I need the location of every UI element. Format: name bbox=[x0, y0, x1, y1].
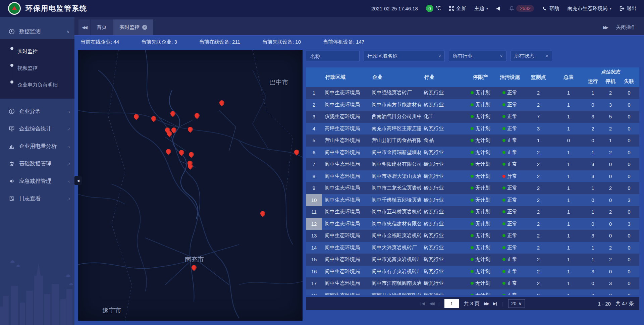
table-row[interactable]: 10阆中生态环境局阆中千佛镇五郎垭页岩砖瓦行业无计划正常21003 bbox=[306, 194, 639, 206]
org-dropdown[interactable]: 南充市生态环境局▾ bbox=[567, 5, 611, 12]
cell-company: 南充市高坪区王家店建 bbox=[369, 123, 421, 135]
cell-company: 阆中市南方节能建材有 bbox=[369, 99, 421, 111]
sidebar-item-label: 企业用电量分析 bbox=[19, 143, 68, 150]
chevron-left-icon: ‹ bbox=[68, 126, 70, 131]
table-row[interactable]: 6阆中生态环境局阆中市金博瑞新型墙材砖瓦行业无计划正常21120 bbox=[306, 147, 639, 159]
cell-facility: 正常 bbox=[496, 147, 523, 159]
table-row[interactable]: 18南部生态环境局南部县页岩机砖有限公砖瓦行业无计划正常21030 bbox=[306, 289, 639, 295]
table-row[interactable]: 3仪陇生态环境局西南油气田分公司川中化工无计划正常71350 bbox=[306, 111, 639, 123]
map-collapse-button[interactable]: ◀ bbox=[74, 176, 82, 185]
region-select[interactable]: 行政区域名称∨ bbox=[364, 51, 445, 61]
status-select[interactable]: 所有状态∨ bbox=[511, 51, 552, 61]
cell-facility: 正常 bbox=[496, 277, 523, 289]
table-row[interactable]: 14阆中生态环境局阆中大兴页岩机砖厂砖瓦行业无计划正常21120 bbox=[306, 242, 639, 254]
cell-company: 阆中市二龙长宝页岩砖 bbox=[369, 182, 421, 194]
cell-run: 0 bbox=[584, 218, 602, 230]
table-row[interactable]: 16阆中生态环境局阆中市石子页岩机砖厂砖瓦行业无计划正常21300 bbox=[306, 266, 639, 278]
table-row[interactable]: 9阆中生态环境局阆中市二龙长宝页岩砖砖瓦行业无计划正常21120 bbox=[306, 182, 639, 194]
cell-limit-label: 无计划 bbox=[475, 125, 490, 132]
row-index-cell: 14 bbox=[306, 242, 322, 254]
tabs-scroll-right-button[interactable]: ▶▶ bbox=[603, 25, 607, 30]
table-row[interactable]: 1阆中生态环境局阆中强锐页岩砖厂砖瓦行业无计划正常21120 bbox=[306, 87, 639, 99]
last-page-button[interactable]: ▶ bbox=[493, 301, 497, 306]
table-row[interactable]: 4高坪生态环境局南充市高坪区王家店建砖瓦行业无计划正常31220 bbox=[306, 123, 639, 135]
sidebar-item-6[interactable]: 日志查看‹ bbox=[0, 190, 74, 207]
cell-region: 阆中生态环境局 bbox=[322, 170, 369, 182]
cell-lost: 0 bbox=[619, 242, 639, 254]
row-index-cell: 3 bbox=[306, 111, 322, 123]
cell-company: 阆中千佛镇五郎垭页岩 bbox=[369, 194, 421, 206]
sidebar-subitem-视频监控[interactable]: 视频监控 bbox=[0, 60, 74, 76]
page-number-input[interactable] bbox=[444, 299, 459, 308]
sidebar-subitem-企业电力负荷明细[interactable]: 企业电力负荷明细 bbox=[0, 76, 74, 93]
cell-company: 阆中大兴页岩机砖厂 bbox=[369, 242, 421, 254]
sidebar-item-3[interactable]: 企业用电量分析‹ bbox=[0, 138, 74, 155]
table-row[interactable]: 5营山生态环境局营山县润丰肉食品有限食品无计划正常10010 bbox=[306, 134, 639, 147]
cell-industry: 砖瓦行业 bbox=[421, 158, 465, 170]
sidebar-item-1[interactable]: 企业异常‹ bbox=[0, 103, 74, 120]
cell-stop: 0 bbox=[602, 194, 619, 206]
name-filter-field[interactable] bbox=[306, 51, 360, 61]
sidebar: 数据监测∨实时监控视频监控企业电力负荷明细企业异常‹企业综合统计‹企业用电量分析… bbox=[0, 17, 74, 325]
cell-company: 阆中明阳建材有限公司 bbox=[369, 158, 421, 170]
tab-首页[interactable]: 首页 bbox=[91, 19, 113, 35]
sidebar-submenu: 实时监控视频监控企业电力负荷明细 bbox=[0, 39, 74, 99]
column-header-limit: 停限产 bbox=[465, 67, 496, 87]
cell-run: 2 bbox=[584, 123, 602, 135]
fullscreen-button[interactable]: 全屏 bbox=[449, 5, 466, 12]
prev-page-button[interactable]: ◀◀ bbox=[429, 301, 433, 306]
table-row[interactable]: 7阆中生态环境局阆中明阳建材有限公司砖瓦行业无计划正常21300 bbox=[306, 158, 639, 170]
table-row[interactable]: 13阆中生态环境局阆中市金福旺页岩机砖砖瓦行业无计划正常21300 bbox=[306, 230, 639, 242]
table-row[interactable]: 8阆中生态环境局阆中市枣碧大梁山页岩砖瓦行业无计划异常21300 bbox=[306, 170, 639, 182]
mute-button[interactable] bbox=[496, 6, 501, 11]
table-row[interactable]: 12阆中生态环境局阆中市忠信建材有限公砖瓦行业无计划正常21003 bbox=[306, 218, 639, 230]
cell-company: 阆中市忠信建材有限公 bbox=[369, 218, 421, 230]
tabs-scroll-left-button[interactable]: ◀◀ bbox=[78, 19, 90, 35]
chevron-left-icon: ‹ bbox=[68, 179, 70, 184]
cell-facility-label: 正常 bbox=[507, 221, 517, 227]
column-header-label: 总表 bbox=[564, 74, 574, 80]
table-row[interactable]: 15阆中生态环境局阆中市光富页岩机砖厂砖瓦行业无计划正常21120 bbox=[306, 254, 639, 266]
first-page-button[interactable]: ◀ bbox=[420, 301, 425, 306]
close-operations-button[interactable]: 关闭操作 bbox=[616, 24, 636, 31]
cell-limit: 无计划 bbox=[465, 182, 496, 194]
cell-facility-label: 正常 bbox=[507, 256, 517, 263]
map-panel[interactable]: 巴中市南充市遂宁市 ◀ bbox=[78, 50, 303, 321]
sidebar-subitem-实时监控[interactable]: 实时监控 bbox=[0, 43, 74, 60]
column-header-lost: 失联 bbox=[619, 78, 639, 85]
column-header-label: 行业 bbox=[424, 74, 434, 80]
stat-label: 当前停机设备 bbox=[323, 39, 353, 45]
double-chevron-left-icon: ◀◀ bbox=[429, 301, 433, 306]
table-row[interactable]: 17阆中生态环境局阆中市江南镇阆南页岩砖瓦行业无计划正常21030 bbox=[306, 277, 639, 289]
double-chevron-left-icon: ◀◀ bbox=[82, 25, 87, 30]
sidebar-item-5[interactable]: 应急减排管理‹ bbox=[0, 172, 74, 190]
tab-实时监控[interactable]: 实时监控× bbox=[113, 19, 153, 35]
row-index-cell: 6 bbox=[306, 147, 322, 159]
cell-facility-label: 正常 bbox=[507, 245, 517, 251]
map-city-label: 遂宁市 bbox=[102, 306, 121, 315]
cell-limit-label: 无计划 bbox=[475, 292, 490, 295]
cell-run: 0 bbox=[584, 194, 602, 206]
table-row[interactable]: 2阆中生态环境局阆中市南方节能建材有砖瓦行业无计划正常21030 bbox=[306, 99, 639, 111]
theme-dropdown[interactable]: 主题▾ bbox=[474, 5, 488, 12]
status-dot-icon bbox=[471, 258, 474, 261]
next-page-button[interactable]: ▶▶ bbox=[484, 301, 488, 306]
cell-facility-label: 正常 bbox=[507, 161, 517, 167]
name-filter-input[interactable] bbox=[310, 53, 356, 59]
cell-limit: 无计划 bbox=[465, 289, 496, 295]
row-index-cell: 12 bbox=[306, 218, 322, 230]
cell-points: 1 bbox=[523, 134, 553, 147]
industry-select[interactable]: 所有行业∨ bbox=[449, 51, 506, 61]
page-size-select[interactable]: 20∨ bbox=[508, 299, 525, 308]
status-dot-icon bbox=[471, 151, 474, 154]
sidebar-item-2[interactable]: 企业综合统计‹ bbox=[0, 120, 74, 138]
notifications-button[interactable]: 2632 bbox=[509, 5, 534, 12]
help-button[interactable]: 帮助 bbox=[542, 5, 559, 12]
sidebar-item-4[interactable]: 基础数据管理‹ bbox=[0, 155, 74, 172]
sidebar-item-0[interactable]: 数据监测∨ bbox=[0, 24, 74, 39]
logout-button[interactable]: 退出 bbox=[620, 5, 637, 12]
column-header-company: 企业 bbox=[369, 67, 421, 87]
close-icon[interactable]: × bbox=[142, 25, 147, 30]
table-row[interactable]: 11阆中生态环境局阆中市五马桥页岩机砖砖瓦行业无计划正常21120 bbox=[306, 206, 639, 218]
stat-value: 3 bbox=[174, 39, 177, 45]
